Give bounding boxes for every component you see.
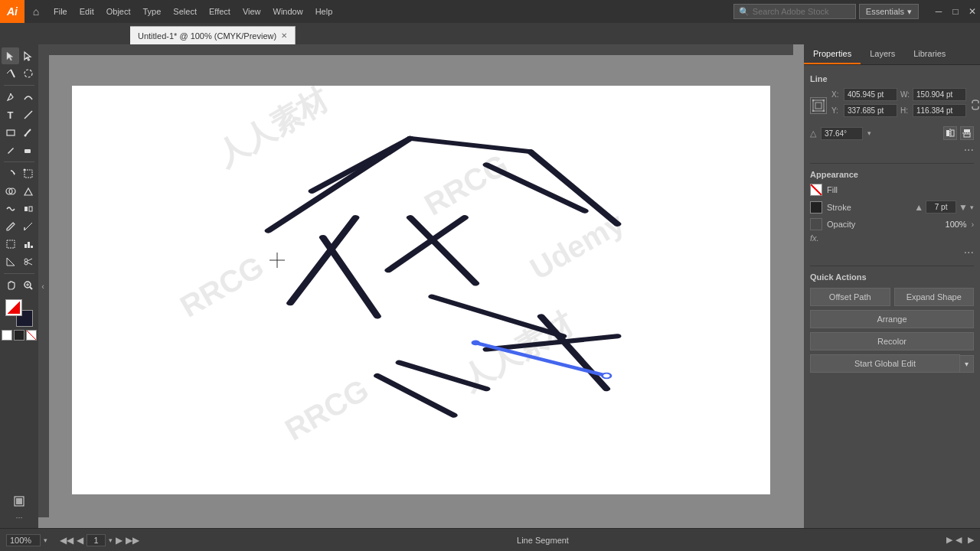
menu-view[interactable]: View: [237, 0, 267, 23]
section-line-title: Line: [810, 74, 974, 83]
selection-tool[interactable]: [2, 47, 19, 64]
hand-tool[interactable]: [2, 277, 19, 294]
artboard-tool[interactable]: [2, 236, 19, 253]
paintbrush-tool[interactable]: [19, 124, 37, 141]
graph-tool[interactable]: [19, 236, 37, 253]
lasso-tool[interactable]: [19, 65, 37, 82]
search-bar[interactable]: 🔍: [733, 4, 856, 19]
offset-path-button[interactable]: Offset Path: [810, 288, 890, 306]
menu-effect[interactable]: Effect: [203, 0, 237, 23]
tool-pair-pencil: [2, 142, 37, 158]
nav-first-button[interactable]: ◀◀: [60, 535, 74, 546]
angle-input[interactable]: [821, 127, 863, 140]
opacity-expand[interactable]: ›: [972, 220, 974, 229]
white-swatch[interactable]: [2, 330, 12, 341]
global-edit-dropdown-button[interactable]: ▾: [960, 355, 974, 373]
menu-object[interactable]: Object: [100, 0, 137, 23]
h-input[interactable]: [913, 104, 966, 117]
free-transform-tool[interactable]: [19, 165, 37, 182]
workspace-button[interactable]: Essentials ▾: [859, 4, 919, 19]
canvas-wrapper[interactable]: 人人素材 RRCG RRCG 人人素材 Udemy RRCG: [49, 55, 793, 517]
arrange-button[interactable]: Arrange: [810, 310, 974, 328]
close-tab-button[interactable]: ✕: [281, 31, 287, 40]
play-reverse-button[interactable]: ◀: [956, 535, 962, 545]
y-input[interactable]: [844, 104, 897, 117]
transform-more[interactable]: ···: [810, 143, 974, 157]
scissors-tool[interactable]: [19, 253, 37, 270]
perspective-tool[interactable]: [19, 183, 37, 200]
warp-tool[interactable]: [2, 201, 19, 217]
recolor-button[interactable]: Recolor: [810, 332, 974, 350]
eyedropper-tool[interactable]: [2, 218, 19, 235]
nav-last-button[interactable]: ▶▶: [126, 535, 139, 546]
w-input[interactable]: [913, 88, 966, 101]
page-input[interactable]: [87, 534, 106, 546]
menu-help[interactable]: Help: [309, 0, 339, 23]
left-panel-collapse[interactable]: ‹: [38, 271, 47, 302]
tab-libraries[interactable]: Libraries: [904, 44, 955, 64]
rectangle-tool[interactable]: [2, 124, 19, 141]
nav-next-button[interactable]: ▶: [116, 535, 122, 546]
none-swatch[interactable]: [26, 330, 37, 341]
zoom-input[interactable]: [6, 534, 41, 546]
zoom-tool[interactable]: [19, 277, 37, 294]
line-segment-tool[interactable]: [19, 106, 37, 123]
start-global-edit-button[interactable]: Start Global Edit: [810, 354, 960, 373]
expand-shape-button[interactable]: Expand Shape: [894, 288, 975, 306]
fg-bg-swatches[interactable]: [5, 299, 33, 327]
shape-builder-tool[interactable]: [2, 183, 19, 200]
slice-tool[interactable]: [2, 253, 19, 270]
flip-horizontal-button[interactable]: [943, 126, 957, 140]
pencil-tool[interactable]: [2, 142, 19, 158]
stroke-increase-icon[interactable]: ▲: [914, 202, 923, 213]
fx-label[interactable]: fx.: [810, 233, 819, 243]
canvas-area[interactable]: 人人素材 RRCG RRCG 人人素材 Udemy RRCG: [38, 44, 804, 528]
fill-swatch[interactable]: [810, 184, 822, 196]
svg-line-32: [410, 139, 531, 152]
horizontal-scrollbar[interactable]: [38, 44, 793, 55]
close-button[interactable]: ✕: [965, 4, 980, 19]
menu-select[interactable]: Select: [167, 0, 203, 23]
home-icon[interactable]: ⌂: [24, 0, 47, 23]
curvature-tool[interactable]: [19, 89, 37, 106]
zoom-dropdown[interactable]: ▾: [44, 536, 47, 544]
tab-layers[interactable]: Layers: [861, 44, 904, 64]
menu-file[interactable]: File: [47, 0, 74, 23]
view-mode-icon[interactable]: [2, 493, 37, 510]
status-scroll-right[interactable]: ▶: [968, 535, 974, 545]
black-swatch[interactable]: [14, 330, 24, 341]
blend-tool[interactable]: [19, 201, 37, 217]
eraser-tool[interactable]: [19, 142, 37, 158]
stroke-swatch[interactable]: [810, 201, 822, 214]
play-button[interactable]: ▶: [946, 535, 952, 545]
stroke-options-dropdown[interactable]: ▾: [970, 204, 974, 211]
titlebar: Ai ⌂ File Edit Object Type Select Effect…: [0, 0, 980, 23]
type-tool[interactable]: T: [2, 106, 19, 123]
rotate-tool[interactable]: [2, 165, 19, 182]
measure-tool[interactable]: [19, 218, 37, 235]
page-dropdown[interactable]: ▾: [109, 536, 113, 544]
stroke-input[interactable]: [926, 201, 956, 214]
menu-window[interactable]: Window: [267, 0, 309, 23]
flip-vertical-button[interactable]: [960, 126, 974, 140]
search-input[interactable]: [753, 7, 851, 16]
more-tools-button[interactable]: ···: [15, 513, 22, 522]
tab-properties[interactable]: Properties: [804, 44, 861, 64]
constrain-proportions-icon[interactable]: [969, 99, 980, 112]
nav-prev-button[interactable]: ◀: [77, 535, 83, 546]
maximize-button[interactable]: □: [948, 4, 963, 19]
stroke-decrease-icon[interactable]: ▼: [959, 202, 968, 213]
menu-type[interactable]: Type: [137, 0, 168, 23]
artboard[interactable]: 人人素材 RRCG RRCG 人人素材 Udemy RRCG: [72, 86, 770, 494]
foreground-color-swatch[interactable]: [5, 299, 22, 316]
direct-selection-tool[interactable]: [19, 47, 37, 64]
appearance-more[interactable]: ···: [810, 246, 974, 259]
angle-dropdown[interactable]: ▾: [867, 129, 871, 137]
pen-tool[interactable]: [2, 89, 19, 106]
quick-actions-title: Quick Actions: [810, 272, 974, 282]
x-input[interactable]: [844, 88, 897, 101]
menu-edit[interactable]: Edit: [74, 0, 100, 23]
minimize-button[interactable]: ─: [931, 4, 946, 19]
magic-wand-tool[interactable]: [2, 65, 19, 82]
document-tab[interactable]: Untitled-1* @ 100% (CMYK/Preview) ✕: [130, 26, 296, 44]
